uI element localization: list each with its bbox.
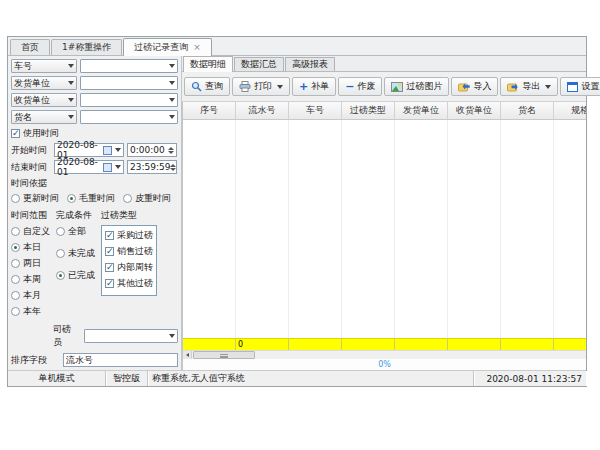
- use-time-checkbox[interactable]: [11, 129, 20, 138]
- weigher-label: 司磅员: [53, 323, 79, 349]
- checkbox-internal[interactable]: 内部周转: [105, 261, 153, 274]
- tab-weighing-operation[interactable]: 1#称重操作: [51, 39, 122, 55]
- plus-icon: +: [299, 81, 308, 92]
- tab-data-summary[interactable]: 数据汇总: [234, 57, 284, 71]
- time-spinner[interactable]: [168, 147, 174, 154]
- column-header[interactable]: 收货单位: [448, 102, 501, 119]
- picture-icon: [391, 82, 403, 92]
- horizontal-scrollbar[interactable]: [183, 350, 586, 359]
- goods-value-combo[interactable]: [80, 110, 178, 124]
- print-button[interactable]: 打印: [232, 77, 290, 96]
- column-header[interactable]: 序号: [183, 102, 236, 119]
- status-bar: 单机模式 智控版 称重系统,无人值守系统 2020-08-01 11:23:57: [8, 370, 586, 386]
- settings-icon: [567, 82, 578, 92]
- export-button[interactable]: 导出: [500, 77, 558, 96]
- time-basis-label: 时间依据: [11, 177, 178, 190]
- filter-row-shipper: 发货单位: [11, 76, 178, 90]
- radio-this-year[interactable]: 本年: [11, 305, 50, 318]
- checkbox-purchase[interactable]: 采购过磅: [105, 229, 153, 242]
- end-time-input[interactable]: 23:59:59: [127, 160, 177, 174]
- radio-custom[interactable]: 自定义: [11, 225, 50, 238]
- column-header[interactable]: 流水号: [236, 102, 289, 119]
- radio-update-time[interactable]: 更新时间: [11, 192, 59, 205]
- tab-record-query-label: 过磅记录查询: [134, 39, 188, 56]
- time-spinner[interactable]: [170, 164, 176, 171]
- app-window: 首页 1#称重操作 过磅记录查询 × 车号: [7, 36, 587, 387]
- supplement-button[interactable]: + 补单: [292, 77, 336, 96]
- checkbox-sale[interactable]: 销售过磅: [105, 245, 153, 258]
- use-time-checkbox-row: 使用时间: [11, 127, 178, 140]
- chevron-down-icon: [115, 165, 121, 169]
- shipper-field-select[interactable]: 发货单位: [11, 76, 77, 90]
- data-panel: 数据明细 数据汇总 高级报表 查询 打印: [182, 56, 586, 370]
- tab-record-query[interactable]: 过磅记录查询 ×: [123, 38, 212, 56]
- void-button[interactable]: − 作废: [338, 77, 382, 96]
- radio-tare-time[interactable]: 皮重时间: [123, 192, 171, 205]
- radio-two-days[interactable]: 两日: [11, 257, 50, 270]
- chevron-down-icon: [545, 85, 551, 89]
- start-time-input[interactable]: 0:00:00: [127, 143, 177, 157]
- chevron-down-icon: [68, 115, 74, 119]
- column-header[interactable]: 规格: [554, 102, 586, 119]
- receiver-field-select[interactable]: 收货单位: [11, 93, 77, 107]
- radio-unfinished[interactable]: 未完成: [56, 247, 95, 260]
- range-condition-type-columns: 时间范围 自定义 本日 两日 本周 本月 本年 完成条件 全部 未完成 已完成: [11, 209, 178, 321]
- end-date-input[interactable]: 2020-08-01: [54, 160, 124, 174]
- column-header[interactable]: 车号: [289, 102, 342, 119]
- radio-this-month[interactable]: 本月: [11, 289, 50, 302]
- tab-advanced-report[interactable]: 高级报表: [285, 57, 335, 71]
- radio-gross-time[interactable]: 毛重时间: [67, 192, 115, 205]
- chevron-down-icon: [68, 98, 74, 102]
- checkbox-other[interactable]: 其他过磅: [105, 277, 153, 290]
- search-icon: [191, 81, 202, 92]
- tab-home[interactable]: 首页: [10, 39, 50, 55]
- receiver-value-combo[interactable]: [80, 93, 178, 107]
- summary-serial-count: 0: [236, 339, 289, 350]
- calendar-icon: [103, 163, 112, 172]
- vehicle-field-select[interactable]: 车号: [11, 59, 77, 73]
- close-tab-icon[interactable]: ×: [193, 39, 201, 56]
- vehicle-value-combo[interactable]: [80, 59, 178, 73]
- toolbar: 查询 打印 + 补单 − 作废: [182, 72, 586, 102]
- chevron-down-icon: [169, 115, 175, 119]
- export-icon: [507, 82, 519, 92]
- chevron-down-icon: [68, 64, 74, 68]
- grid-body-empty[interactable]: [183, 120, 586, 338]
- start-date-input[interactable]: 2020-08-01: [54, 143, 124, 157]
- radio-all[interactable]: 全部: [56, 225, 95, 238]
- start-time-label: 开始时间: [11, 144, 51, 157]
- filter-row-goods: 货名: [11, 110, 178, 124]
- scrollbar-thumb[interactable]: [193, 351, 255, 359]
- column-header[interactable]: 发货单位: [395, 102, 448, 119]
- sort-field-row: 排序字段 流水号: [11, 353, 178, 367]
- radio-today[interactable]: 本日: [11, 241, 50, 254]
- start-time-row: 开始时间 2020-08-01 0:00:00: [11, 143, 178, 157]
- chevron-down-icon: [169, 64, 175, 68]
- weigher-select[interactable]: [84, 329, 178, 343]
- time-range-group: 时间范围 自定义 本日 两日 本周 本月 本年: [11, 209, 50, 321]
- column-header[interactable]: 货名: [501, 102, 554, 119]
- desktop: 首页 1#称重操作 过磅记录查询 × 车号: [0, 0, 600, 450]
- status-timestamp: 2020-08-01 11:23:57: [474, 371, 586, 386]
- minus-icon: −: [345, 81, 354, 92]
- finish-condition-group: 完成条件 全部 未完成 已完成: [56, 209, 95, 321]
- import-button[interactable]: 导入: [451, 77, 498, 96]
- data-sub-tabs: 数据明细 数据汇总 高级报表: [182, 56, 586, 72]
- chevron-down-icon: [115, 148, 121, 152]
- radio-finished[interactable]: 已完成: [56, 269, 95, 282]
- query-button[interactable]: 查询: [184, 77, 230, 96]
- column-header[interactable]: 过磅类型: [342, 102, 395, 119]
- main-tab-bar: 首页 1#称重操作 过磅记录查询 ×: [8, 37, 586, 56]
- goods-field-select[interactable]: 货名: [11, 110, 77, 124]
- radio-this-week[interactable]: 本周: [11, 273, 50, 286]
- weigh-pictures-button[interactable]: 过磅图片: [384, 77, 449, 96]
- tab-data-detail[interactable]: 数据明细: [183, 56, 233, 72]
- filter-row-receiver: 收货单位: [11, 93, 178, 107]
- progress-indicator: 0%: [183, 359, 586, 370]
- settings-button[interactable]: 设置: [560, 77, 600, 96]
- sort-field-input[interactable]: 流水号: [63, 353, 178, 367]
- scroll-left-icon[interactable]: [183, 351, 192, 359]
- shipper-value-combo[interactable]: [80, 76, 178, 90]
- filter-row-vehicle: 车号: [11, 59, 178, 73]
- import-icon: [458, 82, 470, 92]
